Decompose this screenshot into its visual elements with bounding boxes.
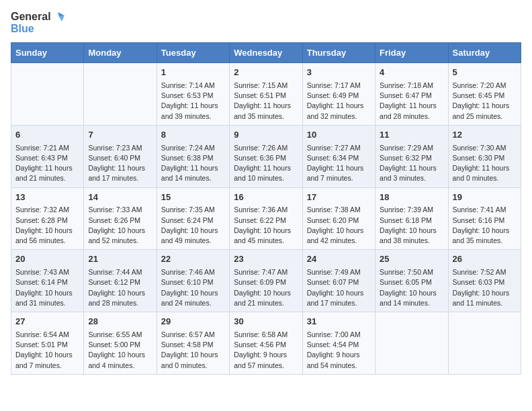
cell-content: Sunrise: 7:14 AM Sunset: 6:53 PM Dayligh… (161, 81, 225, 122)
calendar-cell (11, 63, 84, 126)
day-number: 13 (15, 191, 79, 204)
cell-content: Sunrise: 7:32 AM Sunset: 6:28 PM Dayligh… (15, 205, 79, 246)
cell-content: Sunrise: 7:17 AM Sunset: 6:49 PM Dayligh… (307, 81, 371, 122)
cell-content: Sunrise: 7:50 AM Sunset: 6:05 PM Dayligh… (380, 267, 443, 308)
cell-content: Sunrise: 6:54 AM Sunset: 5:01 PM Dayligh… (15, 330, 79, 371)
day-number: 3 (307, 66, 371, 79)
calendar-cell: 14Sunrise: 7:33 AM Sunset: 6:26 PM Dayli… (84, 187, 157, 250)
column-header-thursday: Thursday (302, 43, 375, 63)
calendar-cell: 28Sunrise: 6:55 AM Sunset: 5:00 PM Dayli… (84, 312, 157, 375)
day-number: 12 (453, 129, 517, 142)
cell-content: Sunrise: 7:20 AM Sunset: 6:45 PM Dayligh… (453, 81, 517, 122)
day-number: 14 (88, 191, 152, 204)
calendar-cell: 24Sunrise: 7:49 AM Sunset: 6:07 PM Dayli… (302, 250, 375, 312)
day-number: 18 (380, 191, 443, 204)
calendar-cell: 4Sunrise: 7:18 AM Sunset: 6:47 PM Daylig… (375, 63, 448, 126)
day-number: 30 (234, 316, 298, 328)
column-header-wednesday: Wednesday (230, 43, 302, 63)
column-header-tuesday: Tuesday (157, 43, 229, 63)
calendar-cell: 2Sunrise: 7:15 AM Sunset: 6:51 PM Daylig… (230, 63, 302, 126)
day-number: 7 (88, 129, 152, 142)
calendar-cell: 3Sunrise: 7:17 AM Sunset: 6:49 PM Daylig… (302, 63, 375, 126)
calendar-cell: 31Sunrise: 7:00 AM Sunset: 4:54 PM Dayli… (302, 312, 375, 375)
calendar-cell: 23Sunrise: 7:47 AM Sunset: 6:09 PM Dayli… (230, 250, 302, 312)
calendar-cell: 7Sunrise: 7:23 AM Sunset: 6:40 PM Daylig… (84, 125, 157, 187)
calendar-cell: 8Sunrise: 7:24 AM Sunset: 6:38 PM Daylig… (157, 125, 229, 187)
calendar-cell: 15Sunrise: 7:35 AM Sunset: 6:24 PM Dayli… (157, 187, 229, 250)
day-number: 1 (161, 66, 225, 79)
calendar-cell: 26Sunrise: 7:52 AM Sunset: 6:03 PM Dayli… (448, 250, 521, 312)
calendar-cell (448, 312, 521, 375)
day-number: 10 (307, 129, 371, 142)
day-number: 19 (453, 191, 517, 204)
cell-content: Sunrise: 6:57 AM Sunset: 4:58 PM Dayligh… (161, 330, 225, 371)
logo-container: General Blue (11, 11, 64, 34)
cell-content: Sunrise: 7:35 AM Sunset: 6:24 PM Dayligh… (161, 205, 225, 246)
day-number: 25 (380, 253, 443, 266)
logo: General Blue (11, 11, 64, 34)
cell-content: Sunrise: 6:55 AM Sunset: 5:00 PM Dayligh… (88, 330, 152, 371)
calendar-cell: 18Sunrise: 7:39 AM Sunset: 6:18 PM Dayli… (375, 187, 448, 250)
calendar-cell: 13Sunrise: 7:32 AM Sunset: 6:28 PM Dayli… (11, 187, 84, 250)
week-row-2: 6Sunrise: 7:21 AM Sunset: 6:43 PM Daylig… (11, 125, 521, 187)
day-number: 26 (453, 253, 517, 266)
calendar-cell: 21Sunrise: 7:44 AM Sunset: 6:12 PM Dayli… (84, 250, 157, 312)
column-header-saturday: Saturday (448, 43, 521, 63)
calendar-cell: 11Sunrise: 7:29 AM Sunset: 6:32 PM Dayli… (375, 125, 448, 187)
calendar-cell: 9Sunrise: 7:26 AM Sunset: 6:36 PM Daylig… (230, 125, 302, 187)
column-header-monday: Monday (84, 43, 157, 63)
cell-content: Sunrise: 7:38 AM Sunset: 6:20 PM Dayligh… (307, 205, 371, 246)
day-number: 21 (88, 253, 152, 266)
cell-content: Sunrise: 6:58 AM Sunset: 4:56 PM Dayligh… (234, 330, 298, 371)
cell-content: Sunrise: 7:23 AM Sunset: 6:40 PM Dayligh… (88, 143, 152, 184)
cell-content: Sunrise: 7:33 AM Sunset: 6:26 PM Dayligh… (88, 205, 152, 246)
cell-content: Sunrise: 7:26 AM Sunset: 6:36 PM Dayligh… (234, 143, 298, 184)
calendar-cell: 12Sunrise: 7:30 AM Sunset: 6:30 PM Dayli… (448, 125, 521, 187)
calendar-cell: 10Sunrise: 7:27 AM Sunset: 6:34 PM Dayli… (302, 125, 375, 187)
calendar-cell: 29Sunrise: 6:57 AM Sunset: 4:58 PM Dayli… (157, 312, 229, 375)
day-number: 15 (161, 191, 225, 204)
calendar-cell: 1Sunrise: 7:14 AM Sunset: 6:53 PM Daylig… (157, 63, 229, 126)
week-row-1: 1Sunrise: 7:14 AM Sunset: 6:53 PM Daylig… (11, 63, 521, 126)
week-row-4: 20Sunrise: 7:43 AM Sunset: 6:14 PM Dayli… (11, 250, 521, 312)
cell-content: Sunrise: 7:24 AM Sunset: 6:38 PM Dayligh… (161, 143, 225, 184)
cell-content: Sunrise: 7:49 AM Sunset: 6:07 PM Dayligh… (307, 267, 371, 308)
calendar-cell: 27Sunrise: 6:54 AM Sunset: 5:01 PM Dayli… (11, 312, 84, 375)
week-row-3: 13Sunrise: 7:32 AM Sunset: 6:28 PM Dayli… (11, 187, 521, 250)
cell-content: Sunrise: 7:21 AM Sunset: 6:43 PM Dayligh… (15, 143, 79, 184)
day-number: 24 (307, 253, 371, 266)
page-header: General Blue (11, 11, 521, 34)
calendar-cell: 5Sunrise: 7:20 AM Sunset: 6:45 PM Daylig… (448, 63, 521, 126)
calendar-cell: 19Sunrise: 7:41 AM Sunset: 6:16 PM Dayli… (448, 187, 521, 250)
day-number: 6 (15, 129, 79, 142)
cell-content: Sunrise: 7:46 AM Sunset: 6:10 PM Dayligh… (161, 267, 225, 308)
calendar-cell (84, 63, 157, 126)
day-number: 4 (380, 66, 443, 79)
day-number: 5 (453, 66, 517, 79)
cell-content: Sunrise: 7:39 AM Sunset: 6:18 PM Dayligh… (380, 205, 443, 246)
cell-content: Sunrise: 7:43 AM Sunset: 6:14 PM Dayligh… (15, 267, 79, 308)
calendar-cell: 17Sunrise: 7:38 AM Sunset: 6:20 PM Dayli… (302, 187, 375, 250)
cell-content: Sunrise: 7:15 AM Sunset: 6:51 PM Dayligh… (234, 81, 298, 122)
calendar-cell: 22Sunrise: 7:46 AM Sunset: 6:10 PM Dayli… (157, 250, 229, 312)
day-number: 20 (15, 253, 79, 266)
calendar-table: SundayMondayTuesdayWednesdayThursdayFrid… (11, 42, 521, 375)
cell-content: Sunrise: 7:30 AM Sunset: 6:30 PM Dayligh… (453, 143, 517, 184)
day-number: 2 (234, 66, 298, 79)
day-number: 31 (307, 316, 371, 328)
day-number: 16 (234, 191, 298, 204)
column-header-friday: Friday (375, 43, 448, 63)
cell-content: Sunrise: 7:41 AM Sunset: 6:16 PM Dayligh… (453, 205, 517, 246)
cell-content: Sunrise: 7:18 AM Sunset: 6:47 PM Dayligh… (380, 81, 443, 122)
day-number: 27 (15, 316, 79, 328)
logo-general: General (11, 11, 51, 23)
logo-blue: Blue (11, 23, 64, 35)
calendar-cell: 30Sunrise: 6:58 AM Sunset: 4:56 PM Dayli… (230, 312, 302, 375)
cell-content: Sunrise: 7:29 AM Sunset: 6:32 PM Dayligh… (380, 143, 443, 184)
week-row-5: 27Sunrise: 6:54 AM Sunset: 5:01 PM Dayli… (11, 312, 521, 375)
calendar-cell: 6Sunrise: 7:21 AM Sunset: 6:43 PM Daylig… (11, 125, 84, 187)
logo-bird-icon (52, 12, 64, 21)
day-number: 23 (234, 253, 298, 266)
calendar-cell (375, 312, 448, 375)
cell-content: Sunrise: 7:47 AM Sunset: 6:09 PM Dayligh… (234, 267, 298, 308)
